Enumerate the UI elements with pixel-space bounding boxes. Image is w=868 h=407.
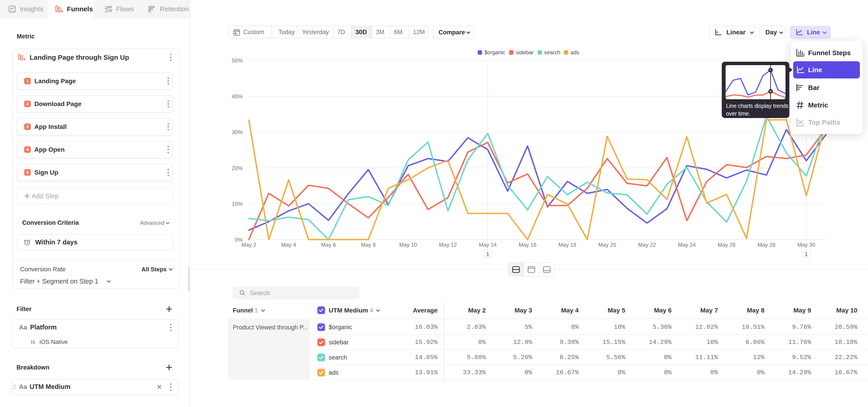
svg-text:20%: 20% bbox=[232, 165, 243, 171]
svg-text:1: 1 bbox=[486, 251, 489, 257]
svg-text:May 10: May 10 bbox=[399, 242, 417, 248]
svg-text:May 16: May 16 bbox=[519, 242, 537, 248]
svg-text:May 24: May 24 bbox=[678, 242, 696, 248]
svg-text:May 26: May 26 bbox=[718, 242, 736, 248]
svg-text:May 18: May 18 bbox=[559, 242, 577, 248]
svg-text:1: 1 bbox=[805, 251, 808, 257]
svg-text:May 22: May 22 bbox=[638, 242, 656, 248]
svg-text:May 20: May 20 bbox=[598, 242, 616, 248]
svg-text:50%: 50% bbox=[232, 57, 243, 64]
svg-text:May 2: May 2 bbox=[241, 242, 256, 248]
svg-text:30%: 30% bbox=[232, 129, 243, 135]
svg-text:10%: 10% bbox=[232, 201, 243, 207]
svg-text:May 28: May 28 bbox=[757, 242, 775, 248]
svg-text:May 12: May 12 bbox=[439, 242, 457, 248]
svg-text:May 14: May 14 bbox=[479, 242, 497, 248]
svg-text:40%: 40% bbox=[232, 93, 243, 99]
svg-text:May 8: May 8 bbox=[361, 242, 376, 248]
svg-text:May 4: May 4 bbox=[281, 242, 296, 248]
svg-text:May 6: May 6 bbox=[321, 242, 336, 248]
svg-text:May 30: May 30 bbox=[798, 242, 815, 248]
